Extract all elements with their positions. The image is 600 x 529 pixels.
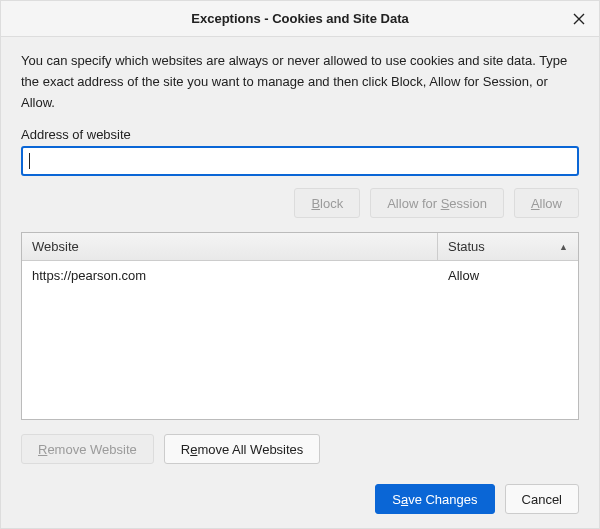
titlebar: Exceptions - Cookies and Site Data (1, 1, 599, 37)
text-cursor (29, 153, 30, 169)
exceptions-table: Website Status▲ https://pearson.com Allo… (21, 232, 579, 420)
cell-status: Allow (438, 268, 578, 283)
remove-website-button[interactable]: Remove Website (21, 434, 154, 464)
table-row[interactable]: https://pearson.com Allow (22, 261, 578, 289)
remove-all-websites-button[interactable]: Remove All Websites (164, 434, 321, 464)
cell-website: https://pearson.com (22, 268, 438, 283)
dialog-title: Exceptions - Cookies and Site Data (191, 11, 408, 26)
permission-buttons-row: Block Allow for Session Allow (21, 188, 579, 218)
allow-for-session-button[interactable]: Allow for Session (370, 188, 504, 218)
address-input[interactable] (21, 146, 579, 176)
block-button[interactable]: Block (294, 188, 360, 218)
dialog-content: You can specify which websites are alway… (1, 37, 599, 474)
column-status[interactable]: Status▲ (438, 233, 578, 260)
close-icon (573, 13, 585, 25)
allow-button[interactable]: Allow (514, 188, 579, 218)
close-button[interactable] (565, 5, 593, 33)
cancel-button[interactable]: Cancel (505, 484, 579, 514)
exceptions-dialog: Exceptions - Cookies and Site Data You c… (0, 0, 600, 529)
dialog-footer: Save Changes Cancel (1, 474, 599, 528)
description-text: You can specify which websites are alway… (21, 51, 579, 113)
address-label: Address of website (21, 127, 579, 142)
sort-ascending-icon: ▲ (559, 242, 568, 252)
save-changes-button[interactable]: Save Changes (375, 484, 494, 514)
table-header: Website Status▲ (22, 233, 578, 261)
table-body[interactable]: https://pearson.com Allow (22, 261, 578, 419)
remove-buttons-row: Remove Website Remove All Websites (21, 434, 579, 464)
column-website[interactable]: Website (22, 233, 438, 260)
